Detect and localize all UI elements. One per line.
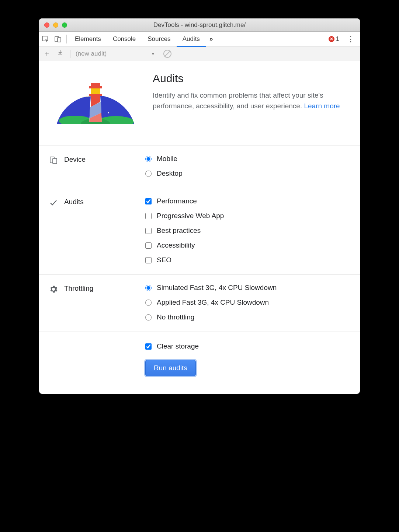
audit-seo-text: SEO: [157, 256, 171, 264]
throttling-option-none[interactable]: No throttling: [145, 313, 350, 321]
svg-rect-19: [89, 86, 102, 88]
svg-rect-2: [58, 38, 61, 42]
clear-storage-text: Clear storage: [157, 342, 199, 350]
throttling-radio-simulated[interactable]: [145, 285, 152, 291]
error-icon: ✕: [329, 36, 334, 42]
tab-audits[interactable]: Audits: [177, 32, 206, 46]
audits-label-text: Audits: [64, 198, 84, 206]
device-options: Mobile Desktop: [145, 155, 350, 178]
device-radio-desktop[interactable]: [145, 171, 152, 177]
hero: Audits Identify and fix common problems …: [39, 61, 360, 146]
zoom-window-button[interactable]: [62, 22, 67, 28]
clear-storage-checkbox[interactable]: [145, 343, 152, 350]
svg-rect-21: [89, 94, 102, 96]
separator: [66, 35, 67, 43]
audit-select[interactable]: (new audit) ▼: [76, 50, 155, 57]
svg-point-14: [103, 88, 118, 97]
download-icon[interactable]: [55, 49, 65, 58]
minimize-window-button[interactable]: [53, 22, 58, 28]
audit-check-seo[interactable]: [145, 257, 152, 263]
device-radio-mobile[interactable]: [145, 156, 152, 162]
tab-console[interactable]: Console: [107, 32, 142, 46]
tab-elements[interactable]: Elements: [69, 32, 107, 46]
section-audits: Audits Performance Progressive Web App B…: [39, 188, 360, 274]
audit-option-seo[interactable]: SEO: [145, 256, 350, 264]
audit-performance-text: Performance: [157, 197, 197, 205]
chevron-down-icon: ▼: [151, 51, 155, 56]
device-toolbar-icon[interactable]: [52, 32, 64, 46]
hero-desc-text: Identify and fix common problems that af…: [153, 91, 323, 110]
device-option-desktop[interactable]: Desktop: [145, 169, 350, 178]
section-throttling-label: Throttling: [49, 284, 145, 321]
throttling-option-applied[interactable]: Applied Fast 3G, 4x CPU Slowdown: [145, 298, 350, 307]
audit-pwa-text: Progressive Web App: [157, 212, 224, 220]
lighthouse-illustration: [49, 72, 142, 133]
error-counter[interactable]: ✕ 1: [329, 36, 341, 42]
audits-toolbar: ＋ (new audit) ▼: [39, 46, 360, 61]
audits-panel: Audits Identify and fix common problems …: [39, 61, 360, 394]
throttling-none-text: No throttling: [157, 313, 194, 321]
footer-row: Clear storage Run audits: [39, 332, 360, 394]
svg-rect-20: [91, 88, 100, 94]
svg-rect-27: [53, 158, 57, 164]
throttling-applied-text: Applied Fast 3G, 4x CPU Slowdown: [157, 298, 269, 307]
devtools-window: DevTools - wind-sprout.glitch.me/ Elemen…: [39, 18, 360, 394]
svg-point-8: [115, 92, 117, 93]
device-icon: [49, 156, 58, 164]
section-audits-label: Audits: [49, 197, 145, 264]
window-title: DevTools - wind-sprout.glitch.me/: [39, 21, 360, 29]
audit-check-accessibility[interactable]: [145, 242, 152, 249]
audit-select-label: (new audit): [76, 50, 107, 57]
error-count: 1: [336, 36, 339, 42]
device-desktop-text: Desktop: [157, 169, 183, 178]
check-icon: [49, 199, 58, 207]
audit-check-performance[interactable]: [145, 198, 152, 204]
audit-option-performance[interactable]: Performance: [145, 197, 350, 205]
run-audits-button[interactable]: Run audits: [145, 360, 196, 376]
throttling-radio-none[interactable]: [145, 314, 152, 321]
audit-bestpractices-text: Best practices: [157, 227, 201, 235]
svg-point-10: [108, 112, 109, 113]
hero-description: Identify and fix common problems that af…: [153, 90, 350, 112]
svg-point-7: [64, 109, 65, 110]
more-options-icon[interactable]: ⋮: [341, 35, 360, 43]
section-device-label: Device: [49, 155, 145, 178]
gear-icon: [49, 285, 58, 293]
separator: [70, 50, 70, 58]
audit-option-bestpractices[interactable]: Best practices: [145, 227, 350, 235]
svg-point-6: [82, 88, 83, 90]
new-audit-icon[interactable]: ＋: [42, 49, 52, 59]
tabs-overflow-button[interactable]: »: [206, 32, 216, 46]
svg-point-5: [71, 94, 72, 95]
learn-more-link[interactable]: Learn more: [304, 102, 340, 110]
throttling-label-text: Throttling: [64, 284, 93, 293]
footer-column: Clear storage Run audits: [145, 342, 350, 376]
audits-options: Performance Progressive Web App Best pra…: [145, 197, 350, 264]
inspect-element-icon[interactable]: [39, 32, 52, 46]
audit-check-bestpractices[interactable]: [145, 228, 152, 234]
device-label-text: Device: [64, 155, 86, 164]
clear-icon[interactable]: [163, 50, 171, 58]
section-device: Device Mobile Desktop: [39, 146, 360, 188]
device-mobile-text: Mobile: [157, 155, 177, 163]
svg-rect-3: [58, 55, 62, 55]
titlebar: DevTools - wind-sprout.glitch.me/: [39, 18, 360, 32]
svg-rect-18: [91, 83, 100, 86]
throttling-options: Simulated Fast 3G, 4x CPU Slowdown Appli…: [145, 284, 350, 321]
hero-text: Audits Identify and fix common problems …: [153, 72, 350, 112]
close-window-button[interactable]: [44, 22, 49, 28]
throttling-radio-applied[interactable]: [145, 300, 152, 306]
throttling-option-simulated[interactable]: Simulated Fast 3G, 4x CPU Slowdown: [145, 284, 350, 292]
audit-accessibility-text: Accessibility: [157, 241, 195, 249]
audit-option-accessibility[interactable]: Accessibility: [145, 241, 350, 249]
traffic-lights: [39, 22, 67, 28]
audit-check-pwa[interactable]: [145, 213, 152, 219]
clear-storage-option[interactable]: Clear storage: [145, 342, 199, 350]
section-throttling: Throttling Simulated Fast 3G, 4x CPU Slo…: [39, 274, 360, 332]
device-option-mobile[interactable]: Mobile: [145, 155, 350, 163]
svg-point-9: [125, 105, 126, 106]
tab-sources[interactable]: Sources: [142, 32, 176, 46]
audit-option-pwa[interactable]: Progressive Web App: [145, 212, 350, 220]
main-tabbar: Elements Console Sources Audits » ✕ 1 ⋮: [39, 32, 360, 46]
hero-title: Audits: [153, 72, 350, 85]
